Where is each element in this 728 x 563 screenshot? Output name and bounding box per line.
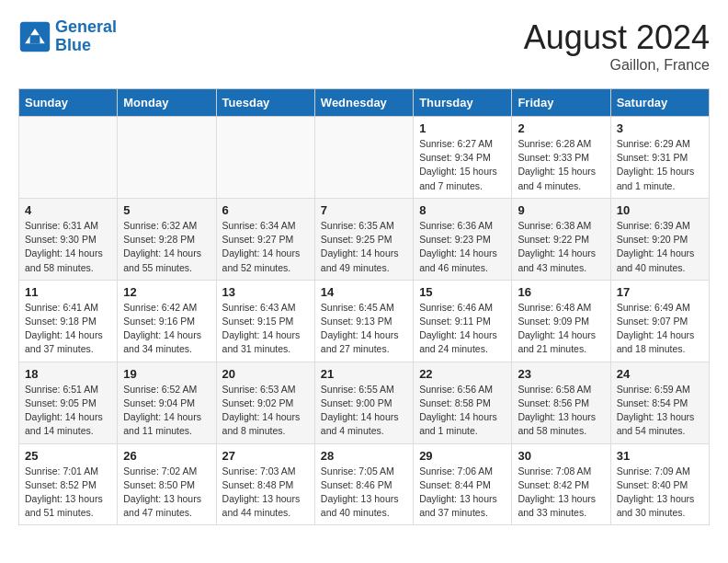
day-info: Sunrise: 6:52 AM Sunset: 9:04 PM Dayligh… [123,383,210,439]
calendar-table: SundayMondayTuesdayWednesdayThursdayFrid… [18,88,710,525]
calendar-subtitle: Gaillon, France [524,57,710,74]
day-number: 7 [321,203,407,217]
day-info: Sunrise: 7:09 AM Sunset: 8:40 PM Dayligh… [617,465,703,521]
calendar-cell: 31Sunrise: 7:09 AM Sunset: 8:40 PM Dayli… [610,443,709,525]
day-number: 4 [25,203,111,217]
logo-line2: Blue [55,36,91,54]
day-number: 27 [222,449,309,463]
calendar-cell: 29Sunrise: 7:06 AM Sunset: 8:44 PM Dayli… [414,443,512,525]
day-info: Sunrise: 6:27 AM Sunset: 9:34 PM Dayligh… [419,137,506,193]
logo: General Blue [18,18,117,55]
day-number: 6 [222,203,309,217]
day-number: 9 [518,203,604,217]
day-number: 30 [518,449,604,463]
calendar-week-row: 4Sunrise: 6:31 AM Sunset: 9:30 PM Daylig… [19,198,710,280]
col-header-thursday: Thursday [414,89,512,117]
day-info: Sunrise: 6:38 AM Sunset: 9:22 PM Dayligh… [518,219,604,275]
day-info: Sunrise: 7:01 AM Sunset: 8:52 PM Dayligh… [25,465,111,521]
calendar-cell: 11Sunrise: 6:41 AM Sunset: 9:18 PM Dayli… [19,280,118,362]
calendar-cell: 9Sunrise: 6:38 AM Sunset: 9:22 PM Daylig… [512,198,610,280]
day-info: Sunrise: 6:29 AM Sunset: 9:31 PM Dayligh… [617,137,703,193]
day-info: Sunrise: 6:58 AM Sunset: 8:56 PM Dayligh… [518,383,604,439]
calendar-title: August 2024 [524,18,710,57]
calendar-cell: 18Sunrise: 6:51 AM Sunset: 9:05 PM Dayli… [19,362,118,443]
calendar-cell: 1Sunrise: 6:27 AM Sunset: 9:34 PM Daylig… [414,117,512,199]
title-block: August 2024 Gaillon, France [524,18,710,74]
day-number: 17 [617,285,703,299]
calendar-cell: 12Sunrise: 6:42 AM Sunset: 9:16 PM Dayli… [118,280,216,362]
calendar-cell: 13Sunrise: 6:43 AM Sunset: 9:15 PM Dayli… [216,280,314,362]
day-number: 26 [123,449,210,463]
calendar-cell: 23Sunrise: 6:58 AM Sunset: 8:56 PM Dayli… [512,362,610,443]
calendar-cell [19,117,118,199]
calendar-cell: 27Sunrise: 7:03 AM Sunset: 8:48 PM Dayli… [216,443,314,525]
day-info: Sunrise: 6:35 AM Sunset: 9:25 PM Dayligh… [321,219,407,275]
calendar-cell: 30Sunrise: 7:08 AM Sunset: 8:42 PM Dayli… [512,443,610,525]
day-number: 20 [222,367,309,381]
logo-line1: General [55,17,117,36]
col-header-sunday: Sunday [19,89,118,117]
calendar-cell: 25Sunrise: 7:01 AM Sunset: 8:52 PM Dayli… [19,443,118,525]
day-info: Sunrise: 6:34 AM Sunset: 9:27 PM Dayligh… [222,219,309,275]
day-number: 10 [617,203,703,217]
day-info: Sunrise: 6:45 AM Sunset: 9:13 PM Dayligh… [321,301,407,357]
calendar-week-row: 25Sunrise: 7:01 AM Sunset: 8:52 PM Dayli… [19,443,710,525]
day-number: 8 [419,203,506,217]
day-info: Sunrise: 6:43 AM Sunset: 9:15 PM Dayligh… [222,301,309,357]
page-header: General Blue August 2024 Gaillon, France [18,18,710,74]
svg-rect-2 [30,35,40,43]
calendar-cell: 26Sunrise: 7:02 AM Sunset: 8:50 PM Dayli… [118,443,216,525]
day-number: 31 [617,449,703,463]
calendar-cell: 15Sunrise: 6:46 AM Sunset: 9:11 PM Dayli… [414,280,512,362]
calendar-header-row: SundayMondayTuesdayWednesdayThursdayFrid… [19,89,710,117]
day-number: 23 [518,367,604,381]
day-info: Sunrise: 7:02 AM Sunset: 8:50 PM Dayligh… [123,465,210,521]
day-number: 29 [419,449,506,463]
calendar-cell: 14Sunrise: 6:45 AM Sunset: 9:13 PM Dayli… [314,280,413,362]
day-number: 19 [123,367,210,381]
day-info: Sunrise: 6:51 AM Sunset: 9:05 PM Dayligh… [25,383,111,439]
calendar-cell: 28Sunrise: 7:05 AM Sunset: 8:46 PM Dayli… [314,443,413,525]
calendar-cell: 24Sunrise: 6:59 AM Sunset: 8:54 PM Dayli… [610,362,709,443]
day-info: Sunrise: 7:06 AM Sunset: 8:44 PM Dayligh… [419,465,506,521]
day-number: 2 [518,121,604,135]
day-number: 24 [617,367,703,381]
calendar-week-row: 11Sunrise: 6:41 AM Sunset: 9:18 PM Dayli… [19,280,710,362]
day-number: 15 [419,285,506,299]
calendar-cell: 7Sunrise: 6:35 AM Sunset: 9:25 PM Daylig… [314,198,413,280]
day-info: Sunrise: 6:36 AM Sunset: 9:23 PM Dayligh… [419,219,506,275]
calendar-week-row: 1Sunrise: 6:27 AM Sunset: 9:34 PM Daylig… [19,117,710,199]
day-info: Sunrise: 6:55 AM Sunset: 9:00 PM Dayligh… [321,383,407,439]
day-number: 13 [222,285,309,299]
day-number: 16 [518,285,604,299]
day-number: 14 [321,285,407,299]
col-header-wednesday: Wednesday [314,89,413,117]
col-header-saturday: Saturday [610,89,709,117]
day-info: Sunrise: 6:32 AM Sunset: 9:28 PM Dayligh… [123,219,210,275]
calendar-cell: 3Sunrise: 6:29 AM Sunset: 9:31 PM Daylig… [610,117,709,199]
calendar-cell [216,117,314,199]
col-header-tuesday: Tuesday [216,89,314,117]
col-header-friday: Friday [512,89,610,117]
day-number: 12 [123,285,210,299]
day-number: 18 [25,367,111,381]
day-number: 25 [25,449,111,463]
day-number: 22 [419,367,506,381]
logo-text: General Blue [55,18,117,55]
calendar-cell: 19Sunrise: 6:52 AM Sunset: 9:04 PM Dayli… [118,362,216,443]
day-info: Sunrise: 6:53 AM Sunset: 9:02 PM Dayligh… [222,383,309,439]
calendar-cell: 21Sunrise: 6:55 AM Sunset: 9:00 PM Dayli… [314,362,413,443]
calendar-week-row: 18Sunrise: 6:51 AM Sunset: 9:05 PM Dayli… [19,362,710,443]
day-number: 5 [123,203,210,217]
day-info: Sunrise: 6:49 AM Sunset: 9:07 PM Dayligh… [617,301,703,357]
day-info: Sunrise: 6:56 AM Sunset: 8:58 PM Dayligh… [419,383,506,439]
day-info: Sunrise: 6:59 AM Sunset: 8:54 PM Dayligh… [617,383,703,439]
calendar-cell [314,117,413,199]
day-info: Sunrise: 6:28 AM Sunset: 9:33 PM Dayligh… [518,137,604,193]
day-number: 3 [617,121,703,135]
calendar-cell: 20Sunrise: 6:53 AM Sunset: 9:02 PM Dayli… [216,362,314,443]
day-info: Sunrise: 6:42 AM Sunset: 9:16 PM Dayligh… [123,301,210,357]
day-number: 1 [419,121,506,135]
calendar-cell: 4Sunrise: 6:31 AM Sunset: 9:30 PM Daylig… [19,198,118,280]
day-info: Sunrise: 6:39 AM Sunset: 9:20 PM Dayligh… [617,219,703,275]
